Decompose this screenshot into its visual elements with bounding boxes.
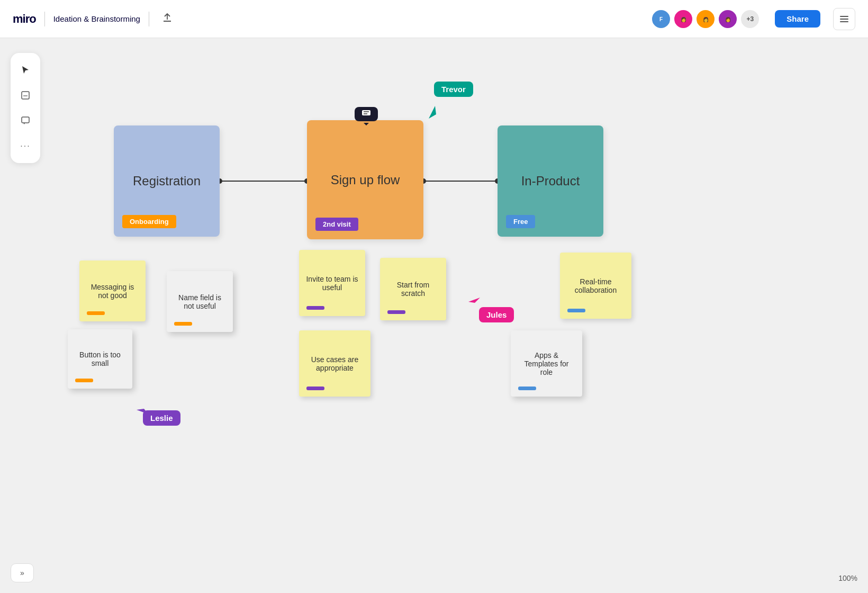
signup-label: Sign up flow <box>331 173 400 187</box>
button-small-note[interactable]: Button is too small <box>68 329 132 389</box>
board-title[interactable]: Ideation & Brainstorming <box>53 14 140 23</box>
messaging-label: Messaging is not good <box>86 283 139 300</box>
invite-note[interactable]: Invite to team is useful <box>299 250 365 316</box>
apps-templates-bar <box>518 387 536 390</box>
button-small-label: Button is too small <box>74 351 126 367</box>
sticky-note-tool[interactable] <box>15 85 36 106</box>
invite-bar <box>306 306 324 310</box>
bottom-left: » <box>11 563 34 582</box>
name-field-bar <box>174 322 192 326</box>
upload-button[interactable] <box>158 10 177 28</box>
svg-text:👩: 👩 <box>681 16 687 23</box>
svg-rect-13 <box>22 117 29 123</box>
svg-text:👩: 👩 <box>725 16 731 23</box>
start-scratch-bar <box>387 310 405 314</box>
avatar-f: F <box>651 9 671 29</box>
svg-marker-24 <box>468 298 480 303</box>
messaging-bar <box>87 311 105 315</box>
trevor-name: Trevor <box>441 85 466 94</box>
use-cases-bar <box>306 387 324 390</box>
expand-button[interactable]: » <box>11 563 34 582</box>
avatar-2: 👩 <box>695 9 716 29</box>
start-scratch-label: Start from scratch <box>386 281 440 298</box>
share-button[interactable]: Share <box>775 10 820 28</box>
svg-text:👩: 👩 <box>703 16 709 23</box>
button-bar <box>75 379 93 382</box>
inproduct-label: In-Product <box>521 174 580 188</box>
svg-rect-10 <box>840 21 848 22</box>
svg-rect-9 <box>840 19 848 20</box>
jules-name: Jules <box>486 310 507 319</box>
registration-box[interactable]: Registration Onboarding <box>114 125 220 237</box>
real-time-label: Real-time collaboration <box>566 277 625 294</box>
title-divider <box>44 12 45 26</box>
avatar-group: F 👩 👩 👩 +3 <box>651 9 760 29</box>
menu-icon-button[interactable] <box>833 8 855 30</box>
canvas: Registration Onboarding Sign up flow 2nd… <box>0 38 868 593</box>
apps-templates-label: Apps & Templates for role <box>517 351 576 376</box>
onboarding-tag: Onboarding <box>122 215 176 228</box>
avatar-3: 👩 <box>718 9 738 29</box>
avatar-1: 👩 <box>673 9 693 29</box>
messaging-note[interactable]: Messaging is not good <box>79 260 146 321</box>
name-field-note[interactable]: Name field is not useful <box>167 271 233 332</box>
trevor-arrow <box>429 106 441 121</box>
trevor-cursor: Trevor <box>434 82 473 97</box>
invite-label: Invite to team is useful <box>305 275 359 292</box>
apps-templates-note[interactable]: Apps & Templates for role <box>511 330 582 397</box>
inproduct-box[interactable]: In-Product Free <box>498 125 603 237</box>
real-time-note[interactable]: Real-time collaboration <box>560 253 631 319</box>
zoom-level: 100% <box>838 574 857 582</box>
free-tag: Free <box>506 215 535 228</box>
svg-rect-8 <box>840 16 848 17</box>
leslie-cursor: Leslie <box>143 410 180 426</box>
svg-text:F: F <box>659 16 663 22</box>
more-tools[interactable]: ··· <box>15 136 36 157</box>
registration-label: Registration <box>133 174 201 188</box>
real-time-bar <box>567 309 585 312</box>
svg-marker-23 <box>429 106 436 119</box>
avatar-more: +3 <box>740 9 760 29</box>
left-toolbar: ··· <box>11 53 40 163</box>
svg-rect-11 <box>22 92 29 99</box>
signup-box[interactable]: Sign up flow 2nd visit <box>307 120 423 239</box>
miro-logo: miro <box>13 12 36 26</box>
jules-cursor: Jules <box>479 307 514 322</box>
second-visit-tag: 2nd visit <box>315 218 358 231</box>
use-cases-label: Use cases are appropriate <box>305 355 364 372</box>
cursor-tool[interactable] <box>15 59 36 80</box>
svg-rect-20 <box>362 110 370 115</box>
topbar: miro Ideation & Brainstorming F 👩 👩 👩 +3… <box>0 0 868 38</box>
divider2 <box>149 12 149 26</box>
use-cases-note[interactable]: Use cases are appropriate <box>299 330 370 397</box>
chat-bubble <box>355 107 378 121</box>
jules-arrow <box>468 298 480 311</box>
name-field-label: Name field is not useful <box>173 293 227 310</box>
comment-tool[interactable] <box>15 110 36 131</box>
start-scratch-note[interactable]: Start from scratch <box>380 258 446 320</box>
leslie-name: Leslie <box>150 414 173 423</box>
